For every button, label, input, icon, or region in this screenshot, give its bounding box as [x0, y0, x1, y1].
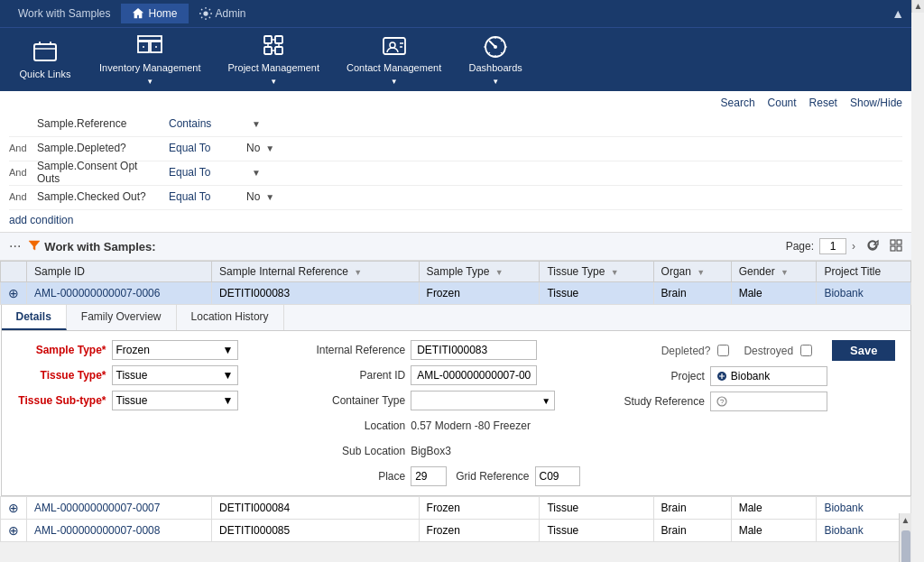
- destroyed-checkbox[interactable]: [800, 345, 812, 356]
- col-organ[interactable]: Organ ▼: [653, 262, 731, 282]
- filter-field-3[interactable]: Sample.Consent Opt Outs: [37, 160, 163, 185]
- tissue-subtype-arrow: ▼: [223, 394, 234, 407]
- row-id-link[interactable]: AML-000000000007-0006: [34, 287, 160, 299]
- nav-work-with-samples-label: Work with Samples: [18, 7, 110, 20]
- study-ref-input[interactable]: [710, 392, 827, 411]
- row-sample-id-3[interactable]: AML-000000000007-0008: [27, 520, 212, 542]
- filter-dropdown-2[interactable]: ▼: [265, 143, 274, 153]
- row-project-link[interactable]: Biobank: [824, 287, 863, 299]
- count-link[interactable]: Count: [768, 97, 797, 109]
- iconbar-quick-links-label: Quick Links: [20, 69, 71, 80]
- save-button[interactable]: Save: [832, 340, 895, 361]
- filter-op-2[interactable]: Equal To: [169, 142, 241, 154]
- table-toolbar: ··· Work with Samples: Page: ›: [0, 233, 911, 261]
- row-expand-cell[interactable]: ⊕: [1, 282, 27, 305]
- top-scroll-indicator[interactable]: ▲: [911, 0, 924, 13]
- row-sample-id[interactable]: AML-000000000007-0006: [27, 282, 212, 305]
- tissue-type-select[interactable]: Tissue ▼: [112, 365, 238, 385]
- grid-view-icon[interactable]: [890, 239, 902, 254]
- tissue-subtype-label: Tissue Sub-type*: [16, 394, 106, 407]
- add-condition[interactable]: add condition: [9, 214, 902, 226]
- row-project-link-2[interactable]: Biobank: [824, 502, 863, 514]
- sample-type-row: Sample Type* Frozen ▼: [16, 340, 298, 360]
- container-type-arrow: ▼: [541, 396, 554, 406]
- parent-id-input[interactable]: [411, 365, 537, 385]
- internal-ref-input[interactable]: [411, 340, 537, 360]
- depleted-label: Depleted?: [661, 345, 711, 357]
- detail-cell: Details Family Overview Location History: [1, 305, 911, 497]
- col-sample-id[interactable]: Sample ID: [27, 262, 212, 282]
- grid-ref-input[interactable]: [535, 466, 580, 486]
- tissue-subtype-select[interactable]: Tissue ▼: [112, 391, 238, 410]
- table-row[interactable]: ⊕ AML-000000000007-0007 DETITI000084 Fro…: [1, 497, 911, 520]
- filter-dropdown-1[interactable]: ▼: [252, 119, 261, 129]
- vertical-scrollbar[interactable]: ▲ ▼: [899, 513, 911, 562]
- col-tissue-type[interactable]: Tissue Type ▼: [540, 262, 653, 282]
- more-options-icon[interactable]: ···: [9, 238, 21, 254]
- scroll-thumb[interactable]: [901, 530, 910, 562]
- scroll-up-arrow[interactable]: ▲: [900, 513, 911, 527]
- quick-links-icon: [31, 40, 60, 65]
- top-arrow[interactable]: ▲: [892, 6, 904, 21]
- depleted-checkbox[interactable]: [717, 345, 729, 356]
- row-id-link-2[interactable]: AML-000000000007-0007: [34, 502, 160, 514]
- search-link[interactable]: Search: [721, 97, 755, 109]
- iconbar-inventory[interactable]: Inventory Management ▼: [99, 33, 201, 86]
- row-project[interactable]: Biobank: [817, 282, 911, 305]
- filter-op-3[interactable]: Equal To: [169, 166, 241, 179]
- nav-admin-label: Admin: [216, 7, 246, 20]
- page-next-arrow[interactable]: ›: [852, 240, 855, 253]
- row-id-link-3[interactable]: AML-000000000007-0008: [34, 524, 160, 537]
- tab-details[interactable]: Details: [2, 305, 67, 330]
- table-row[interactable]: ⊕ AML-000000000007-0006 DETITI000083 Fro…: [1, 282, 911, 305]
- row-project-2[interactable]: Biobank: [817, 497, 911, 520]
- col-project[interactable]: Project Title: [817, 262, 911, 282]
- page-number-input[interactable]: [819, 238, 846, 254]
- show-hide-link[interactable]: Show/Hide: [850, 97, 902, 109]
- table-row[interactable]: ⊕ AML-000000000007-0008 DETITI000085 Fro…: [1, 520, 911, 542]
- container-type-select[interactable]: ▼: [411, 391, 555, 410]
- gear-icon: [199, 7, 212, 20]
- row-expand-cell-3[interactable]: ⊕: [1, 520, 27, 542]
- refresh-icon[interactable]: [866, 239, 879, 254]
- reset-link[interactable]: Reset: [809, 97, 837, 109]
- iconbar-contact[interactable]: Contact Management ▼: [346, 33, 441, 86]
- filter-prefix-4: And: [9, 191, 32, 202]
- icon-bar: Quick Links Inventory Management ▼: [0, 27, 911, 91]
- parent-id-row: Parent ID: [315, 365, 596, 385]
- iconbar-project[interactable]: Project Management ▼: [228, 33, 320, 86]
- filter-op-4[interactable]: Equal To: [169, 190, 241, 203]
- col-sample-type[interactable]: Sample Type ▼: [419, 262, 540, 282]
- project-input[interactable]: Biobank: [710, 366, 827, 386]
- filter-field-4[interactable]: Sample.Checked Out?: [37, 190, 163, 203]
- filter-dropdown-3[interactable]: ▼: [252, 168, 261, 178]
- row-expand-btn[interactable]: ⊕: [8, 286, 19, 300]
- filter-field-1[interactable]: Sample.Reference: [37, 117, 163, 130]
- nav-home[interactable]: Home: [121, 4, 188, 23]
- col-gender[interactable]: Gender ▼: [731, 262, 817, 282]
- iconbar-quick-links[interactable]: Quick Links: [18, 40, 72, 80]
- nav-work-with-samples[interactable]: Work with Samples: [7, 4, 121, 23]
- row-expand-cell-2[interactable]: ⊕: [1, 497, 27, 520]
- filter-op-1[interactable]: Contains: [169, 117, 241, 130]
- filter-toolbar: Search Count Reset Show/Hide: [9, 97, 902, 109]
- place-input[interactable]: [411, 466, 447, 486]
- row-expand-btn-2[interactable]: ⊕: [8, 501, 19, 515]
- nav-admin[interactable]: Admin: [189, 4, 257, 23]
- tab-family-overview[interactable]: Family Overview: [67, 305, 177, 330]
- svg-point-0: [203, 11, 208, 15]
- col-internal-ref[interactable]: Sample Internal Reference ▼: [212, 262, 419, 282]
- filter-dropdown-4[interactable]: ▼: [265, 192, 274, 202]
- detail-col-2: Internal Reference Parent ID: [315, 340, 596, 486]
- tab-location-history[interactable]: Location History: [177, 305, 284, 330]
- row-expand-btn-3[interactable]: ⊕: [8, 523, 19, 538]
- svg-rect-15: [897, 246, 901, 251]
- iconbar-dashboards[interactable]: Dashboards ▼: [468, 33, 522, 86]
- row-project-3[interactable]: Biobank: [817, 520, 911, 542]
- sample-type-select[interactable]: Frozen ▼: [112, 340, 238, 360]
- row-project-link-3[interactable]: Biobank: [824, 524, 863, 537]
- row-sample-id-2[interactable]: AML-000000000007-0007: [27, 497, 212, 520]
- parent-id-label: Parent ID: [315, 369, 405, 382]
- filter-field-2[interactable]: Sample.Depleted?: [37, 142, 163, 154]
- detail-col-1: Sample Type* Frozen ▼ Tissue Type*: [16, 340, 298, 486]
